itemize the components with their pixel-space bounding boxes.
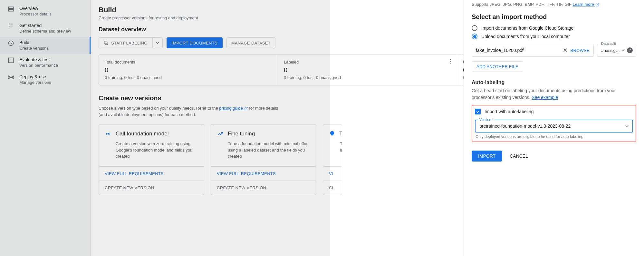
start-labeling-label: START LABELING (111, 41, 148, 45)
start-labeling-button[interactable]: START LABELING (99, 37, 152, 48)
svg-rect-0 (9, 7, 14, 8)
card-desc: Tune a foundation model with minimal eff… (228, 141, 310, 160)
create-version-button[interactable]: CREATE NEW VERSION (99, 181, 204, 195)
chevron-down-icon (622, 49, 625, 52)
card-truncated: Tr Tr lab VI CI (323, 124, 342, 195)
nav-title: Build (19, 40, 49, 45)
card-finetuning: Fine tuning Tune a foundation model with… (211, 124, 316, 195)
ov-detail: 0 training, 0 test, 0 unassigned (105, 75, 272, 80)
radio-label: Import documents from Google Cloud Stora… (481, 25, 573, 31)
ov-count: 0 (284, 66, 451, 74)
create-desc-pre: Choose a version type based on your qual… (99, 106, 219, 111)
broadcast-icon (8, 74, 14, 81)
create-description: Choose a version type based on your qual… (99, 105, 279, 118)
file-input[interactable]: fake_invoice_10200.pdf ✕ BROWSE (472, 44, 594, 57)
create-version-button[interactable]: CI (323, 181, 342, 195)
overview-total: Total documents 0 0 training, 0 test, 0 … (99, 54, 278, 85)
view-requirements-button[interactable]: VIEW FULL REQUIREMENTS (211, 167, 316, 181)
version-helper: Only deployed versions are eligible to b… (475, 134, 633, 139)
nav-title: Overview (19, 6, 52, 11)
clear-icon[interactable]: ✕ (563, 47, 568, 54)
version-label: Version * (478, 118, 495, 122)
see-example-link[interactable]: See example (532, 95, 558, 100)
nav-sub: Processor details (19, 12, 52, 16)
nav-sub: Create versions (19, 46, 49, 51)
bulb-icon (329, 130, 335, 137)
add-another-file-button[interactable]: ADD ANOTHER FILE (472, 61, 523, 72)
split-value: Unassig… (601, 48, 620, 53)
radio-gcs[interactable]: Import documents from Google Cloud Stora… (472, 25, 636, 31)
nav-title: Deploy & use (19, 74, 51, 79)
radio-icon (472, 25, 477, 31)
radio-local[interactable]: Upload documents from your local compute… (472, 34, 636, 39)
import-button[interactable]: IMPORT (472, 151, 502, 162)
checkbox-icon (475, 109, 481, 114)
nav-title: Evaluate & test (19, 57, 58, 62)
radio-icon (472, 34, 477, 39)
chart-icon (8, 57, 14, 64)
nav-build[interactable]: Build Create versions (0, 37, 91, 54)
version-value: pretrained-foundation-model-v1.0-2023-08… (479, 123, 571, 129)
nav-title: Get started (19, 23, 71, 28)
nav-get-started[interactable]: Get started Define schema and preview (0, 20, 91, 37)
nav-deploy[interactable]: Deploy & use Manage versions (0, 71, 91, 88)
version-select[interactable]: Version * pretrained-foundation-model-v1… (475, 120, 633, 133)
drawer-heading: Select an import method (472, 13, 636, 21)
ov-label: Total documents (105, 60, 272, 64)
autolabel-highlight: Import with auto-labeling Version * pret… (472, 105, 636, 142)
split-label: Data split (600, 42, 617, 45)
nav-sub: Define schema and preview (19, 29, 71, 34)
data-split-select[interactable]: Data split Unassig… ? (597, 44, 636, 57)
manage-dataset-button[interactable]: MANAGE DATASET (226, 37, 275, 48)
pricing-guide-link[interactable]: pricing guide (219, 106, 248, 111)
nav-overview[interactable]: Overview Processor details (0, 3, 91, 20)
import-documents-button[interactable]: IMPORT DOCUMENTS (167, 37, 223, 48)
browse-button[interactable]: BROWSE (570, 48, 590, 53)
flag-icon (8, 23, 14, 29)
upload-row: fake_invoice_10200.pdf ✕ BROWSE Data spl… (472, 44, 636, 57)
view-requirements-button[interactable]: VIEW FULL REQUIREMENTS (99, 167, 204, 181)
chevron-down-icon (625, 124, 629, 128)
broadcast-icon (105, 130, 112, 137)
view-requirements-button[interactable]: VI (323, 167, 342, 181)
sidebar: Overview Processor details Get started D… (0, 0, 91, 256)
file-name: fake_invoice_10200.pdf (476, 48, 524, 53)
svg-point-6 (108, 133, 109, 134)
drawer-actions: IMPORT CANCEL (472, 151, 636, 162)
ov-count: 0 (105, 66, 272, 74)
nav-evaluate[interactable]: Evaluate & test Version performance (0, 54, 91, 71)
dashboard-icon (8, 6, 14, 12)
learn-more-link[interactable]: Learn more (573, 2, 599, 7)
ov-detail: 0 training, 0 test, 0 unassigned (284, 75, 451, 80)
wrench-icon (8, 40, 14, 46)
checkbox-label: Import with auto-labeling (485, 109, 534, 114)
autolabel-checkbox-row[interactable]: Import with auto-labeling (475, 109, 633, 114)
card-foundation: Call foundation model Create a version w… (99, 124, 204, 195)
start-labeling-dropdown[interactable] (152, 37, 163, 48)
trend-icon (217, 130, 224, 137)
radio-label: Upload documents from your local compute… (481, 34, 570, 39)
cancel-button[interactable]: CANCEL (506, 151, 532, 162)
import-drawer: Supports JPEG, JPG, PNG, BMP, PDF, TIFF,… (464, 0, 644, 256)
card-title: Tr (339, 131, 342, 137)
help-icon[interactable]: ? (627, 47, 633, 53)
svg-point-4 (10, 77, 11, 78)
create-version-button[interactable]: CREATE NEW VERSION (211, 181, 316, 195)
card-title: Call foundation model (116, 131, 168, 137)
card-desc: Create a version with zero training usin… (116, 141, 198, 160)
svg-rect-1 (9, 10, 14, 11)
ov-label: Labeled (284, 60, 451, 64)
kebab-menu-icon[interactable]: ⋮ (448, 58, 453, 64)
svg-rect-5 (104, 41, 107, 44)
autolabel-description: Get a head start on labeling your docume… (472, 87, 636, 101)
nav-sub: Version performance (19, 63, 58, 68)
nav-sub: Manage versions (19, 80, 51, 85)
overview-labeled: Labeled 0 0 training, 0 test, 0 unassign… (278, 54, 457, 85)
format-hint: Supports JPEG, JPG, PNG, BMP, PDF, TIFF,… (472, 2, 636, 7)
card-title: Fine tuning (228, 131, 255, 137)
autolabel-heading: Auto-labeling (472, 80, 636, 85)
